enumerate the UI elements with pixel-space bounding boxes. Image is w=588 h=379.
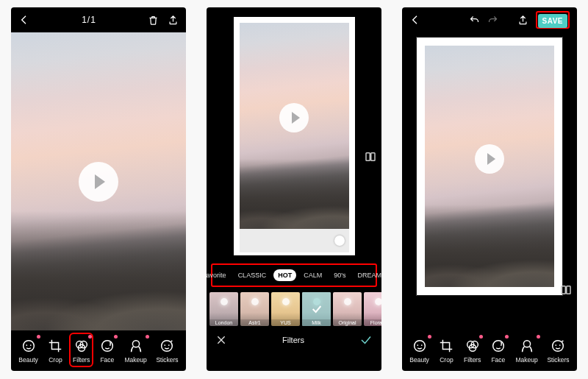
filters-preview-area	[207, 13, 381, 259]
back-icon[interactable]	[18, 14, 30, 26]
tool-label: Makeup	[515, 356, 537, 364]
panel-title: Filters	[282, 336, 304, 344]
new-dot-icon	[146, 335, 149, 339]
category-calm[interactable]: CALM	[299, 269, 326, 281]
close-icon[interactable]	[215, 334, 227, 346]
play-icon[interactable]	[79, 162, 118, 202]
tool-stickers[interactable]: Stickers	[154, 335, 179, 365]
preview-image[interactable]	[240, 23, 349, 229]
preview-frame	[416, 37, 563, 296]
tool-filters[interactable]: Filters	[71, 335, 91, 365]
save-button[interactable]: SAVE	[538, 14, 568, 28]
save-highlight: SAVE	[536, 11, 570, 29]
confirm-icon[interactable]	[359, 333, 373, 347]
tool-label: Filters	[464, 356, 481, 364]
svg-rect-13	[562, 286, 565, 294]
filter-category-tabs: FavoriteCLASSICHOTCALM90'sDREAMY	[211, 263, 377, 287]
tool-makeup[interactable]: Makeup	[514, 335, 539, 365]
share-icon[interactable]	[168, 15, 179, 26]
filter-name: YUS	[271, 319, 300, 326]
trash-icon[interactable]	[148, 15, 159, 26]
save-preview-area	[402, 32, 577, 330]
filter-thumb-milk[interactable]: Milk	[302, 292, 331, 326]
new-dot-icon	[114, 335, 118, 339]
filter-name: Floral2	[364, 319, 381, 326]
tool-beauty[interactable]: Beauty	[408, 335, 430, 365]
tool-label: Filters	[73, 356, 90, 364]
undo-icon[interactable]	[469, 15, 480, 26]
filter-thumb-original[interactable]: Original	[333, 292, 362, 326]
category-hot[interactable]: HOT	[273, 269, 296, 281]
tool-label: Stickers	[547, 356, 569, 364]
category-dreamy[interactable]: DREAMY	[353, 269, 381, 281]
svg-point-24	[556, 344, 557, 346]
topbar: 1/1	[11, 7, 186, 32]
category-classic[interactable]: CLASSIC	[234, 269, 271, 281]
new-dot-icon	[88, 335, 92, 339]
filter-name: London	[209, 319, 238, 326]
share-icon[interactable]	[517, 15, 528, 26]
svg-point-16	[417, 344, 418, 346]
filter-strength-slider[interactable]	[240, 229, 349, 252]
svg-point-23	[553, 341, 564, 352]
topbar: SAVE	[402, 7, 577, 32]
tool-label: Crop	[440, 356, 453, 364]
svg-rect-14	[567, 286, 570, 294]
svg-point-22	[523, 341, 530, 347]
tool-face[interactable]: Face	[98, 335, 117, 365]
screen-filters: FavoriteCLASSICHOTCALM90'sDREAMY LondonA…	[207, 7, 381, 371]
filters-footer: Filters	[207, 327, 381, 354]
svg-point-25	[559, 344, 561, 346]
play-icon[interactable]	[279, 103, 309, 132]
svg-rect-11	[366, 153, 370, 161]
new-dot-icon	[479, 335, 483, 339]
tool-bar: BeautyCropFiltersFaceMakeupStickers	[11, 330, 186, 371]
filter-name: Astr1	[240, 319, 269, 326]
tool-makeup[interactable]: Makeup	[123, 335, 148, 365]
tool-crop[interactable]: Crop	[46, 335, 65, 365]
tool-crop[interactable]: Crop	[437, 335, 456, 365]
svg-point-1	[26, 344, 27, 346]
compare-icon[interactable]	[559, 283, 573, 297]
screens-row: 1/1 BeautyCropFiltersFaceMakeupStickers	[0, 0, 588, 378]
filter-name: Milk	[302, 319, 331, 326]
svg-point-2	[29, 344, 31, 346]
back-icon[interactable]	[409, 14, 421, 26]
svg-point-0	[23, 341, 34, 352]
svg-point-21	[493, 341, 504, 352]
screen-save: SAVE BeautyCropFiltersFaceMakeupStickers	[402, 7, 577, 371]
svg-point-17	[420, 344, 422, 346]
redo-icon[interactable]	[487, 15, 498, 26]
play-icon[interactable]	[475, 144, 504, 174]
filter-thumbnails: LondonAstr1YUSMilkOriginalFloral2Milky w	[207, 290, 381, 327]
tool-face[interactable]: Face	[489, 335, 508, 365]
filter-thumb-yus[interactable]: YUS	[271, 292, 300, 326]
tool-label: Beauty	[409, 356, 429, 364]
tool-beauty[interactable]: Beauty	[17, 335, 39, 365]
tool-label: Stickers	[156, 356, 178, 364]
tool-label: Crop	[49, 356, 62, 364]
svg-point-7	[132, 341, 139, 347]
video-preview[interactable]	[11, 32, 186, 330]
page-counter: 1/1	[82, 15, 96, 25]
svg-point-6	[102, 341, 113, 352]
svg-point-9	[165, 344, 166, 346]
new-dot-icon	[505, 335, 509, 339]
tool-filters[interactable]: Filters	[462, 335, 482, 365]
tool-stickers[interactable]: Stickers	[545, 335, 570, 365]
tool-label: Beauty	[18, 356, 37, 364]
compare-icon[interactable]	[364, 150, 377, 163]
slider-thumb[interactable]	[334, 235, 345, 246]
tool-label: Face	[100, 356, 114, 364]
new-dot-icon	[37, 335, 40, 339]
filter-thumb-london[interactable]: London	[209, 292, 238, 326]
filter-name: Original	[333, 319, 362, 326]
svg-point-8	[162, 341, 173, 352]
tool-label: Makeup	[124, 356, 146, 364]
category-90s[interactable]: 90's	[329, 269, 350, 281]
filter-thumb-astr1[interactable]: Astr1	[240, 292, 269, 326]
filter-thumb-floral2[interactable]: Floral2	[364, 292, 381, 326]
tool-bar: BeautyCropFiltersFaceMakeupStickers	[402, 330, 577, 371]
preview-image[interactable]	[425, 46, 554, 287]
category-favorite[interactable]: Favorite	[207, 269, 231, 281]
